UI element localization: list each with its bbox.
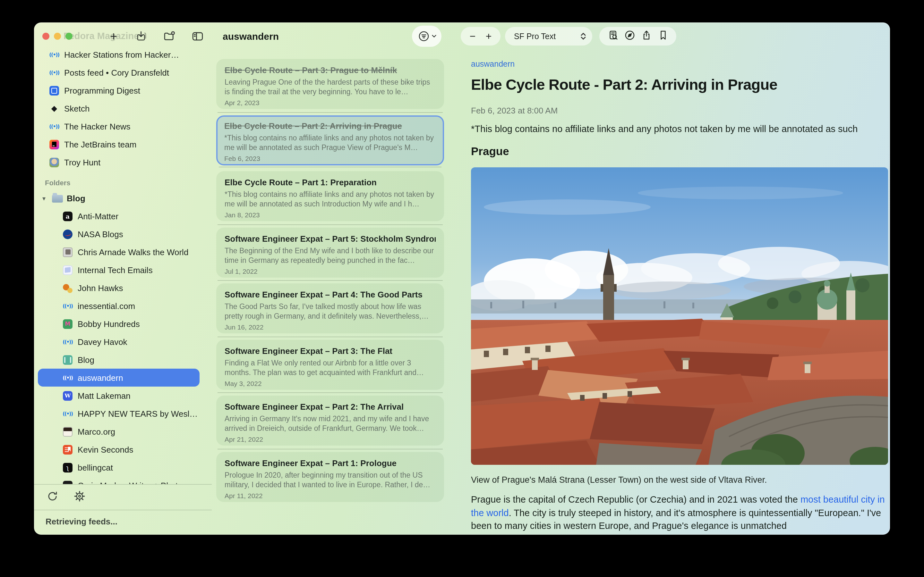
gear-icon	[74, 490, 86, 502]
feed-label: Programming Digest	[64, 85, 212, 95]
feed-icon	[63, 391, 73, 400]
article-item-title: Software Engineer Expat – Part 5: Stockh…	[225, 234, 436, 243]
reader-view-button[interactable]	[607, 29, 618, 43]
decrease-text-button[interactable]: −	[470, 31, 476, 41]
feed-label: Blog	[78, 355, 212, 364]
sidebar-feed-row[interactable]: NASA Blogs	[34, 225, 212, 243]
article-list-item[interactable]: Software Engineer Expat – Part 2: The Ar…	[216, 396, 444, 446]
feed-label: Posts feed • Cory Dransfeldt	[64, 68, 212, 77]
app-window: Fedora Magazine +	[34, 23, 890, 535]
article-list-item[interactable]: Software Engineer Expat – Part 1: Prolog…	[216, 452, 444, 502]
sidebar-feed-row[interactable]: Davey Havok	[34, 333, 212, 351]
sidebar-feed-row[interactable]: Matt Lakeman	[34, 387, 212, 405]
article-item-date: May 3, 2022	[225, 379, 436, 387]
settings-button[interactable]	[74, 490, 86, 504]
feed-icon	[49, 139, 59, 149]
sidebar-feed-row[interactable]: The JetBrains team	[34, 135, 212, 153]
sidebar-toolbar: +	[105, 27, 207, 44]
share-button[interactable]	[641, 29, 652, 43]
feed-icon	[49, 85, 59, 95]
sidebar-toggle-icon	[191, 30, 204, 42]
sidebar-feed-row[interactable]: Kevin Seconds	[34, 440, 212, 458]
sidebar-feed-row[interactable]: Programming Digest	[34, 81, 212, 99]
article-list-item[interactable]: Software Engineer Expat – Part 3: The Fl…	[216, 340, 444, 390]
folder-icon	[52, 195, 63, 202]
reader-actions	[599, 27, 676, 45]
sidebar-feed-row[interactable]: auswandern	[38, 369, 200, 387]
sidebar: Fedora Magazine +	[34, 23, 212, 535]
feed-icon	[63, 463, 73, 472]
minimize-button[interactable]	[54, 33, 61, 40]
filter-icon	[417, 30, 430, 42]
article-title: Elbe Cycle Route - Part 2: Arriving in P…	[471, 76, 888, 93]
open-in-browser-button[interactable]	[624, 29, 635, 43]
sidebar-feed-row[interactable]: John Hawks	[34, 279, 212, 297]
feed-icon	[63, 319, 73, 329]
article-item-summary: Arriving in Germany It's now mid 2021, a…	[225, 414, 436, 434]
filter-button[interactable]	[412, 26, 441, 47]
close-button[interactable]	[42, 33, 49, 40]
font-select[interactable]: SF Pro Text	[505, 27, 592, 45]
sidebar-feed-row[interactable]: Blog	[34, 351, 212, 369]
feed-label: Kevin Seconds	[78, 445, 212, 454]
article-item-title: Elbe Cycle Route – Part 1: Preparation	[225, 177, 436, 187]
font-select-value: SF Pro Text	[514, 32, 556, 41]
article-list-item[interactable]: Software Engineer Expat – Part 5: Stockh…	[216, 227, 444, 277]
refresh-icon	[47, 490, 58, 502]
feed-label: auswandern	[78, 373, 200, 382]
sidebar-feed-row[interactable]: Marco.org	[34, 422, 212, 440]
feed-icon	[63, 301, 73, 311]
add-feed-button[interactable]: +	[105, 27, 123, 44]
sidebar-feed-row[interactable]: Internal Tech Emails	[34, 261, 212, 279]
feed-icon	[49, 68, 59, 77]
feed-icon	[63, 445, 73, 454]
sidebar-feed-row[interactable]: HAPPY NEW TEARS by Wesl…	[34, 405, 212, 422]
article-item-title: Software Engineer Expat – Part 4: The Go…	[225, 290, 436, 300]
article-item-title: Software Engineer Expat – Part 2: The Ar…	[225, 402, 436, 412]
article-item-date: Jul 1, 2022	[225, 267, 436, 275]
sidebar-feed-row[interactable]: bellingcat	[34, 458, 212, 476]
feed-icon	[63, 283, 73, 293]
article-list-item[interactable]: Elbe Cycle Route – Part 3: Prague to Měl…	[216, 59, 444, 109]
feed-icon	[63, 247, 73, 257]
sidebar-feed-row[interactable]: Craig Mod — Writer + Photo…	[34, 476, 212, 484]
increase-text-button[interactable]: +	[486, 31, 492, 41]
sidebar-feed-row[interactable]: Bobby Hundreds	[34, 315, 212, 333]
sidebar-folder-blog[interactable]: ▾ Blog	[34, 189, 212, 207]
sidebar-feed-row[interactable]: Posts feed • Cory Dransfeldt	[34, 63, 212, 81]
toggle-sidebar-button[interactable]	[189, 27, 207, 44]
sidebar-feed-row[interactable]: Hacker Stations from Hacker…	[34, 45, 212, 63]
article-list-item[interactable]: Elbe Cycle Route – Part 2: Arriving in P…	[216, 115, 444, 165]
zoom-button[interactable]	[65, 33, 73, 40]
feed-label: The Hacker News	[64, 121, 212, 131]
sidebar-feed-list: Hacker Stations from Hacker… Posts feed …	[34, 45, 212, 484]
sidebar-feed-row[interactable]: The Hacker News	[34, 117, 212, 135]
sidebar-feed-row[interactable]: Anti-Matter	[34, 207, 212, 225]
article-item-title: Software Engineer Expat – Part 3: The Fl…	[225, 346, 436, 356]
chevron-down-icon[interactable]: ▾	[42, 195, 48, 201]
folders-section-label: Folders	[45, 179, 212, 188]
compass-icon	[624, 29, 635, 41]
sidebar-feed-row[interactable]: inessential.com	[34, 297, 212, 315]
bookmark-button[interactable]	[657, 29, 668, 43]
article-list-item[interactable]: Software Engineer Expat – Part 4: The Go…	[216, 284, 444, 334]
sidebar-feed-row[interactable]: Sketch	[34, 99, 212, 117]
new-folder-button[interactable]	[161, 27, 179, 44]
refresh-button[interactable]	[47, 490, 58, 504]
feed-icon	[49, 121, 59, 131]
sidebar-footer: Retrieving feeds...	[34, 484, 212, 535]
share-icon	[641, 29, 652, 41]
sidebar-feed-row[interactable]: Troy Hunt	[34, 153, 212, 171]
article-item-title: Elbe Cycle Route – Part 3: Prague to Měl…	[225, 65, 436, 75]
article-item-date: Apr 21, 2022	[225, 435, 436, 443]
article-disclaimer: *This blog contains no affiliate links a…	[471, 124, 888, 134]
article-list-item[interactable]: Elbe Cycle Route – Part 1: Preparation *…	[216, 171, 444, 221]
import-button[interactable]	[132, 27, 150, 44]
article-photo-caption: View of Prague's Malá Strana (Lesser Tow…	[471, 475, 888, 485]
feed-label: Hacker Stations from Hacker…	[64, 50, 212, 59]
article-item-summary: Finding a Flat We only rented our Airbnb…	[225, 358, 436, 377]
feed-icon	[49, 50, 59, 59]
article-feed-link[interactable]: auswandern	[471, 60, 888, 69]
sidebar-feed-row[interactable]: Chris Arnade Walks the World	[34, 243, 212, 261]
feed-label: Internal Tech Emails	[78, 265, 212, 275]
